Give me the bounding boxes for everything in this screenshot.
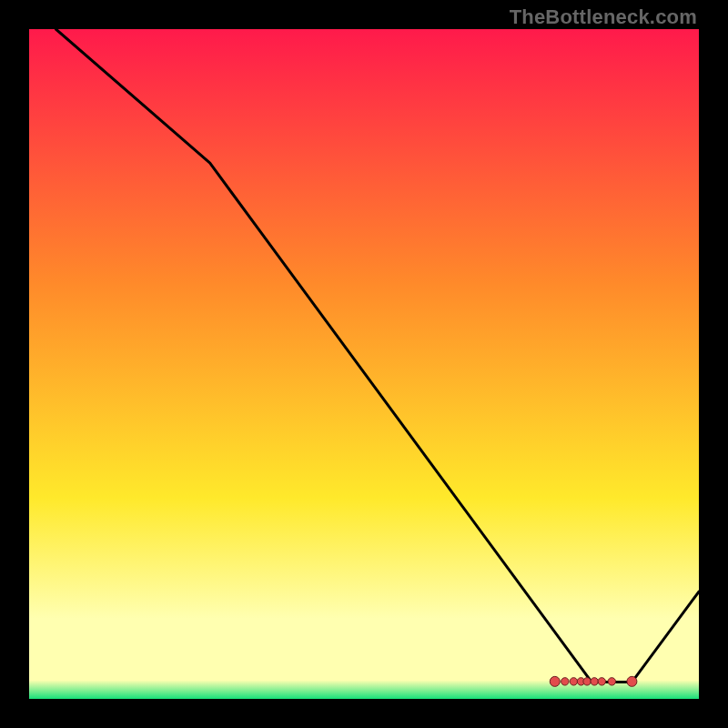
watermark-text: TheBottleneck.com <box>510 5 697 29</box>
plot-frame <box>29 29 699 699</box>
